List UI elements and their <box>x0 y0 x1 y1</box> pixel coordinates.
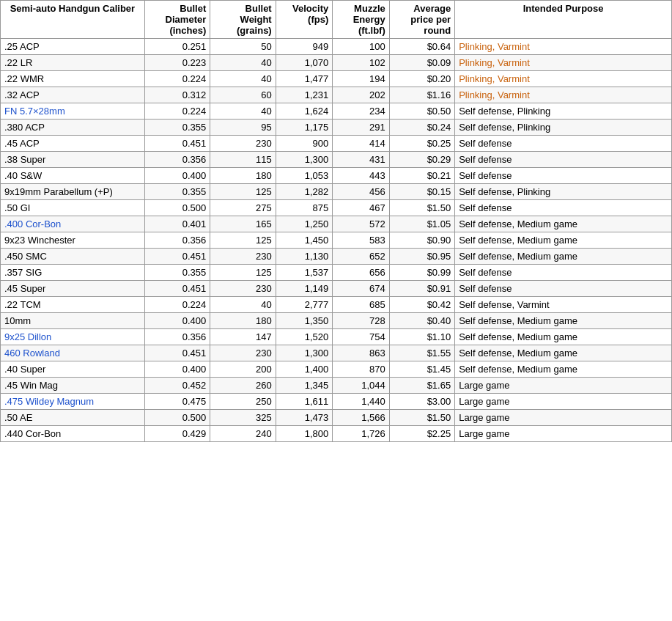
cell-weight: 180 <box>210 168 276 184</box>
cell-caliber: .400 Cor-Bon <box>1 216 145 232</box>
cell-diameter: 0.356 <box>144 329 210 345</box>
cell-diameter: 0.355 <box>144 265 210 281</box>
cell-energy: 652 <box>333 249 390 265</box>
cell-diameter: 0.451 <box>144 281 210 297</box>
table-row: 460 Rowland 0.451 230 1,300 863 $1.55 Se… <box>1 345 672 361</box>
table-row: 10mm 0.400 180 1,350 728 $0.40 Self defe… <box>1 313 672 329</box>
cell-caliber: .450 SMC <box>1 249 145 265</box>
table-row: .440 Cor-Bon 0.429 240 1,800 1,726 $2.25… <box>1 426 672 442</box>
cell-price: $1.55 <box>389 345 454 361</box>
cell-weight: 230 <box>210 281 276 297</box>
table-row: .45 Super 0.451 230 1,149 674 $0.91 Self… <box>1 281 672 297</box>
table-row: .32 ACP 0.312 60 1,231 202 $1.16 Plinkin… <box>1 87 672 103</box>
cell-velocity: 1,149 <box>276 281 333 297</box>
cell-caliber: .38 Super <box>1 152 145 168</box>
cell-price: $0.09 <box>389 55 454 71</box>
cell-price: $0.91 <box>389 281 454 297</box>
cell-energy: 431 <box>333 152 390 168</box>
cell-weight: 147 <box>210 329 276 345</box>
cell-caliber: .45 Super <box>1 281 145 297</box>
cell-velocity: 1,624 <box>276 103 333 120</box>
cell-price: $0.29 <box>389 152 454 168</box>
cell-energy: 456 <box>333 184 390 200</box>
table-row: .380 ACP 0.355 95 1,175 291 $0.24 Self d… <box>1 120 672 136</box>
cell-velocity: 1,350 <box>276 313 333 329</box>
cell-purpose: Self defense <box>455 136 672 152</box>
cell-energy: 656 <box>333 265 390 281</box>
cell-velocity: 1,300 <box>276 152 333 168</box>
cell-velocity: 1,175 <box>276 120 333 136</box>
table-row: .22 TCM 0.224 40 2,777 685 $0.42 Self de… <box>1 297 672 313</box>
header-diameter: Bullet Diameter (inches) <box>144 1 210 39</box>
table-row: 9x19mm Parabellum (+P) 0.355 125 1,282 4… <box>1 184 672 200</box>
table-row: .400 Cor-Bon 0.401 165 1,250 572 $1.05 S… <box>1 216 672 232</box>
cell-weight: 125 <box>210 184 276 200</box>
cell-purpose: Self defense, Medium game <box>455 249 672 265</box>
cell-weight: 40 <box>210 103 276 120</box>
cell-price: $1.16 <box>389 87 454 103</box>
table-row: 9x23 Winchester 0.356 125 1,450 583 $0.9… <box>1 232 672 249</box>
cell-purpose: Plinking, Varmint <box>455 71 672 87</box>
cell-weight: 230 <box>210 136 276 152</box>
table-row: 9x25 Dillon 0.356 147 1,520 754 $1.10 Se… <box>1 329 672 345</box>
table-row: .22 LR 0.223 40 1,070 102 $0.09 Plinking… <box>1 55 672 71</box>
cell-price: $0.40 <box>389 313 454 329</box>
cell-price: $0.64 <box>389 39 454 55</box>
cell-caliber: 460 Rowland <box>1 345 145 361</box>
cell-energy: 467 <box>333 200 390 216</box>
cell-energy: 863 <box>333 345 390 361</box>
cell-price: $0.15 <box>389 184 454 200</box>
cell-energy: 291 <box>333 120 390 136</box>
cell-caliber: .380 ACP <box>1 120 145 136</box>
cell-diameter: 0.451 <box>144 136 210 152</box>
cell-velocity: 1,473 <box>276 410 333 426</box>
header-purpose: Intended Purpose <box>455 1 672 39</box>
header-energy: Muzzle Energy (ft.lbf) <box>333 1 390 39</box>
cell-velocity: 949 <box>276 39 333 55</box>
cell-caliber: .45 Win Mag <box>1 378 145 394</box>
cell-velocity: 900 <box>276 136 333 152</box>
cell-purpose: Self defense, Medium game <box>455 329 672 345</box>
table-row: .45 ACP 0.451 230 900 414 $0.25 Self def… <box>1 136 672 152</box>
cell-weight: 250 <box>210 394 276 410</box>
cell-caliber: .440 Cor-Bon <box>1 426 145 442</box>
cell-energy: 754 <box>333 329 390 345</box>
table-row: .357 SIG 0.355 125 1,537 656 $0.99 Self … <box>1 265 672 281</box>
header-velocity: Velocity (fps) <box>276 1 333 39</box>
cell-weight: 95 <box>210 120 276 136</box>
cell-weight: 240 <box>210 426 276 442</box>
cell-energy: 234 <box>333 103 390 120</box>
cell-diameter: 0.500 <box>144 200 210 216</box>
cell-weight: 40 <box>210 55 276 71</box>
cell-diameter: 0.312 <box>144 87 210 103</box>
table-row: .22 WMR 0.224 40 1,477 194 $0.20 Plinkin… <box>1 71 672 87</box>
cell-energy: 1,044 <box>333 378 390 394</box>
cell-weight: 50 <box>210 39 276 55</box>
cell-weight: 60 <box>210 87 276 103</box>
cell-purpose: Plinking, Varmint <box>455 39 672 55</box>
cell-velocity: 1,400 <box>276 361 333 378</box>
cell-price: $1.50 <box>389 200 454 216</box>
cell-energy: 202 <box>333 87 390 103</box>
cell-velocity: 1,537 <box>276 265 333 281</box>
cell-price: $3.00 <box>389 394 454 410</box>
cell-energy: 572 <box>333 216 390 232</box>
cell-diameter: 0.356 <box>144 232 210 249</box>
cell-purpose: Self defense, Plinking <box>455 103 672 120</box>
cell-energy: 674 <box>333 281 390 297</box>
cell-weight: 125 <box>210 232 276 249</box>
cell-velocity: 1,450 <box>276 232 333 249</box>
cell-price: $1.65 <box>389 378 454 394</box>
cell-velocity: 1,282 <box>276 184 333 200</box>
cell-purpose: Self defense, Plinking <box>455 120 672 136</box>
cell-velocity: 2,777 <box>276 297 333 313</box>
cell-purpose: Large game <box>455 410 672 426</box>
table-row: .45 Win Mag 0.452 260 1,345 1,044 $1.65 … <box>1 378 672 394</box>
cell-price: $0.90 <box>389 232 454 249</box>
cell-caliber: 9x23 Winchester <box>1 232 145 249</box>
cell-velocity: 1,053 <box>276 168 333 184</box>
cell-energy: 583 <box>333 232 390 249</box>
cell-purpose: Self defense, Varmint <box>455 297 672 313</box>
table-row: .475 Wildey Magnum 0.475 250 1,611 1,440… <box>1 394 672 410</box>
cell-velocity: 1,231 <box>276 87 333 103</box>
